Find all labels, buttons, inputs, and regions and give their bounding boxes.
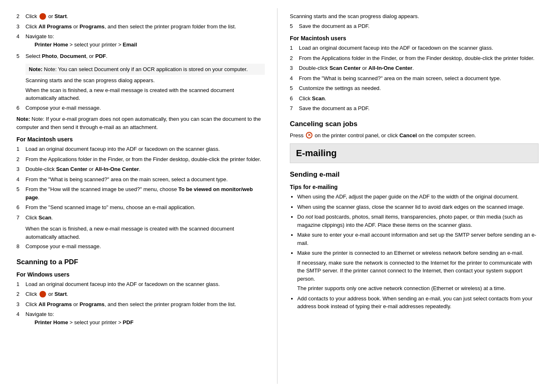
step-number: 3 [16, 165, 25, 173]
sending-email-heading: Sending e-mail [290, 171, 539, 179]
step-content: Navigate to: Printer Home > select your … [25, 32, 265, 50]
step-content: Select Photo, Document, or PDF. [25, 52, 265, 60]
step-number: 7 [16, 214, 25, 222]
step-content: Click or Start. [25, 290, 265, 298]
mac-step-5: 5 From the "How will the scanned image b… [16, 185, 265, 201]
mac-step-3: 3 Double-click Scan Center or All-In-One… [16, 165, 265, 173]
step-5: 5 Select Photo, Document, or PDF. [16, 52, 265, 60]
emailing-section-heading: E-mailing [290, 143, 539, 163]
step-number: 1 [16, 280, 25, 288]
step-number: 5 [16, 52, 25, 60]
tips-heading: Tips for e-mailing [290, 184, 539, 190]
for-mac-heading: For Macintosh users [16, 136, 265, 143]
step-number: 2 [16, 12, 25, 21]
win2-step-1: 1 Load an original document faceup into … [16, 280, 265, 288]
win2-step-3: 3 Click All Programs or Programs, and th… [16, 300, 265, 309]
step-number: 2 [290, 54, 299, 62]
mac-scan-finished: When the scan is finished, a new e-mail … [25, 225, 265, 241]
step-2: 2 Click or Start. [16, 12, 265, 21]
win2-step-2: 2 Click or Start. [16, 290, 265, 298]
step-number: 3 [16, 300, 25, 309]
mac-step-7: 7 Click Scan. [16, 214, 265, 222]
step-content: Click Scan. [25, 214, 265, 222]
scan-starts-text: Scanning starts and the scan progress di… [25, 76, 265, 85]
step-content: Click All Programs or Programs, and then… [25, 23, 265, 31]
windows-logo-icon [39, 13, 46, 20]
right-mac-step-2: 2 From the Applications folder in the Fi… [290, 54, 539, 62]
step-number: 5 [290, 84, 299, 92]
tips-list: When using the ADF, adjust the paper gui… [297, 193, 539, 311]
step-content: Navigate to: Printer Home > select your … [25, 310, 265, 328]
step-number: 3 [290, 64, 299, 72]
step-number: 8 [16, 242, 25, 251]
step-content: From the Applications folder in the Find… [25, 155, 265, 164]
step-content: From the "Send scanned image to" menu, c… [25, 203, 265, 212]
step-number: 1 [16, 145, 25, 153]
scan-to-pdf-heading: Scanning to a PDF [16, 258, 265, 266]
step-3: 3 Click All Programs or Programs, and th… [16, 23, 265, 31]
canceling-text: Press ✕ on the printer control panel, or… [290, 131, 539, 140]
right-for-mac-heading: For Macintosh users [290, 35, 539, 42]
tip-6: Add contacts to your address book. When … [297, 295, 539, 311]
step-number: 1 [290, 44, 299, 52]
step-content: Click or Start. [25, 12, 265, 21]
step-number: 5 [290, 22, 299, 30]
tip-2: When using the scanner glass, close the … [297, 203, 539, 211]
note-select: Note: Note: You can select Document only… [25, 64, 265, 75]
step-content: Save the document as a PDF. [299, 104, 539, 113]
windows-logo-icon-2 [39, 291, 46, 297]
step-content: Click Scan. [299, 95, 539, 103]
step-number: 4 [16, 310, 25, 328]
step-content: Load an original document faceup into th… [299, 44, 539, 52]
right-mac-step-3: 3 Double-click Scan Center or All-In-One… [290, 64, 539, 72]
step-number: 2 [16, 155, 25, 164]
step-content: Double-click Scan Center or All-In-One C… [25, 165, 265, 173]
step-number: 6 [16, 203, 25, 212]
tip-5: Make sure the printer is connected to an… [297, 249, 539, 293]
right-mac-step-1: 1 Load an original document faceup into … [290, 44, 539, 52]
step-content: From the "What is being scanned?" area o… [299, 74, 539, 83]
mac-step-8: 8 Compose your e-mail message. [16, 242, 265, 251]
step-content: Click All Programs or Programs, and then… [25, 300, 265, 309]
tip-4: Make sure to enter your e-mail account i… [297, 231, 539, 247]
mac-step-2: 2 From the Applications folder in the Fi… [16, 155, 265, 164]
step-number: 4 [16, 175, 25, 184]
step-content: Compose your e-mail message. [25, 242, 265, 251]
tip-3: Do not load postcards, photos, small ite… [297, 213, 539, 229]
step-content: From the Applications folder in the Find… [299, 54, 539, 62]
step-content: From the "What is being scanned?" area o… [25, 175, 265, 184]
right-mac-step-6: 6 Click Scan. [290, 95, 539, 103]
step-content: Load an original document faceup into th… [25, 145, 265, 153]
for-windows-heading: For Windows users [16, 271, 265, 278]
mac-step-4: 4 From the "What is being scanned?" area… [16, 175, 265, 184]
step-number: 6 [16, 104, 25, 112]
step-content: Compose your e-mail message. [25, 104, 265, 112]
step-number: 7 [290, 104, 299, 113]
step-number: 4 [290, 74, 299, 83]
right-column: Scanning starts and the scan progress di… [278, 8, 555, 384]
tip-1: When using the ADF, adjust the paper gui… [297, 193, 539, 201]
right-mac-step-4: 4 From the "What is being scanned?" area… [290, 74, 539, 83]
right-scan-starts: Scanning starts and the scan progress di… [290, 12, 539, 21]
right-step-5: 5 Save the document as a PDF. [290, 22, 539, 30]
indent-text: Printer Home > select your printer > Ema… [35, 41, 265, 49]
step-number: 4 [16, 32, 25, 50]
step-content: From the "How will the scanned image be … [25, 185, 265, 201]
tip-5-sub2: The printer supports only one active net… [297, 284, 539, 293]
mac-step-6: 6 From the "Send scanned image to" menu,… [16, 203, 265, 212]
step-number: 6 [290, 95, 299, 103]
step-content: Save the document as a PDF. [299, 22, 539, 30]
right-mac-step-7: 7 Save the document as a PDF. [290, 104, 539, 113]
indent-text-pdf: Printer Home > select your printer > PDF [35, 318, 265, 327]
step-content: Load an original document faceup into th… [25, 280, 265, 288]
step-6: 6 Compose your e-mail message. [16, 104, 265, 112]
mac-step-1: 1 Load an original document faceup into … [16, 145, 265, 153]
right-mac-step-5: 5 Customize the settings as needed. [290, 84, 539, 92]
tip-5-sub1: If necessary, make sure the network is c… [297, 259, 539, 283]
step-number: 2 [16, 290, 25, 298]
note-email: Note: Note: If your e-mail program does … [16, 115, 265, 131]
when-scan-finished-text: When the scan is finished, a new e-mail … [25, 86, 265, 102]
canceling-heading: Canceling scan jobs [290, 120, 539, 128]
step-number: 5 [16, 185, 25, 201]
step-number: 3 [16, 23, 25, 31]
